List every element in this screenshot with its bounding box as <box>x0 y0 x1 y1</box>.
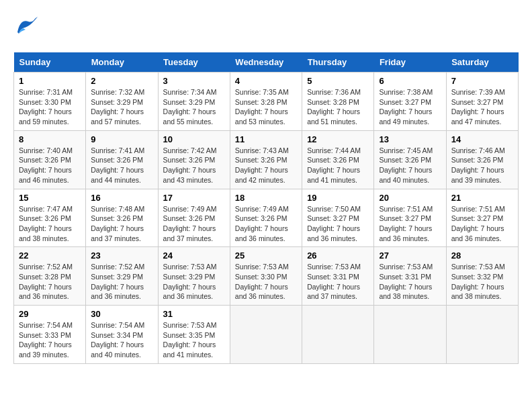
col-header-monday: Monday <box>86 52 158 73</box>
day-number: 25 <box>235 250 297 261</box>
cell-info: Sunrise: 7:52 AMSunset: 3:29 PMDaylight:… <box>91 263 144 300</box>
calendar-cell: 2 Sunrise: 7:32 AMSunset: 3:29 PMDayligh… <box>86 73 158 131</box>
cell-info: Sunrise: 7:48 AMSunset: 3:26 PMDaylight:… <box>91 205 144 242</box>
day-number: 13 <box>379 134 441 144</box>
calendar-cell: 18 Sunrise: 7:49 AMSunset: 3:26 PMDaylig… <box>230 189 302 247</box>
cell-info: Sunrise: 7:47 AMSunset: 3:26 PMDaylight:… <box>19 205 73 242</box>
day-number: 18 <box>235 193 297 203</box>
day-number: 10 <box>163 134 225 144</box>
day-number: 9 <box>91 134 152 144</box>
calendar-cell: 26 Sunrise: 7:53 AMSunset: 3:31 PMDaylig… <box>302 247 374 306</box>
day-number: 22 <box>19 250 81 261</box>
cell-info: Sunrise: 7:38 AMSunset: 3:27 PMDaylight:… <box>379 88 433 126</box>
day-number: 4 <box>235 76 297 86</box>
cell-info: Sunrise: 7:53 AMSunset: 3:32 PMDaylight:… <box>451 263 505 300</box>
day-number: 11 <box>235 134 297 144</box>
calendar-table: SundayMondayTuesdayWednesdayThursdayFrid… <box>13 52 519 364</box>
cell-info: Sunrise: 7:50 AMSunset: 3:27 PMDaylight:… <box>307 205 361 242</box>
calendar-cell: 8 Sunrise: 7:40 AMSunset: 3:26 PMDayligh… <box>14 130 86 189</box>
cell-info: Sunrise: 7:54 AMSunset: 3:34 PMDaylight:… <box>91 321 144 359</box>
calendar-cell: 27 Sunrise: 7:53 AMSunset: 3:31 PMDaylig… <box>374 247 446 306</box>
calendar-cell <box>374 306 446 364</box>
calendar-cell: 5 Sunrise: 7:36 AMSunset: 3:28 PMDayligh… <box>302 73 374 131</box>
cell-info: Sunrise: 7:51 AMSunset: 3:27 PMDaylight:… <box>379 205 433 242</box>
page-header <box>13 13 519 42</box>
calendar-cell: 11 Sunrise: 7:43 AMSunset: 3:26 PMDaylig… <box>230 130 302 189</box>
col-header-thursday: Thursday <box>302 52 374 73</box>
day-number: 5 <box>307 76 369 86</box>
cell-info: Sunrise: 7:53 AMSunset: 3:29 PMDaylight:… <box>163 263 217 300</box>
cell-info: Sunrise: 7:54 AMSunset: 3:33 PMDaylight:… <box>19 321 73 359</box>
cell-info: Sunrise: 7:42 AMSunset: 3:26 PMDaylight:… <box>163 146 217 184</box>
day-number: 29 <box>19 309 81 319</box>
day-number: 15 <box>19 193 81 203</box>
cell-info: Sunrise: 7:45 AMSunset: 3:26 PMDaylight:… <box>379 146 433 184</box>
day-number: 27 <box>379 250 441 261</box>
col-header-tuesday: Tuesday <box>158 52 230 73</box>
day-number: 16 <box>91 193 152 203</box>
calendar-cell: 15 Sunrise: 7:47 AMSunset: 3:26 PMDaylig… <box>14 189 86 247</box>
calendar-cell: 6 Sunrise: 7:38 AMSunset: 3:27 PMDayligh… <box>374 73 446 131</box>
calendar-cell: 4 Sunrise: 7:35 AMSunset: 3:28 PMDayligh… <box>230 73 302 131</box>
col-header-wednesday: Wednesday <box>230 52 302 73</box>
cell-info: Sunrise: 7:49 AMSunset: 3:26 PMDaylight:… <box>163 205 217 242</box>
col-header-sunday: Sunday <box>14 52 86 73</box>
cell-info: Sunrise: 7:49 AMSunset: 3:26 PMDaylight:… <box>235 205 289 242</box>
calendar-cell: 23 Sunrise: 7:52 AMSunset: 3:29 PMDaylig… <box>86 247 158 306</box>
day-number: 19 <box>307 193 369 203</box>
cell-info: Sunrise: 7:41 AMSunset: 3:26 PMDaylight:… <box>91 146 144 184</box>
day-number: 8 <box>19 134 81 144</box>
col-header-friday: Friday <box>374 52 446 73</box>
calendar-cell <box>302 306 374 364</box>
cell-info: Sunrise: 7:43 AMSunset: 3:26 PMDaylight:… <box>235 146 289 184</box>
day-number: 24 <box>163 250 225 261</box>
col-header-saturday: Saturday <box>446 52 518 73</box>
calendar-cell: 9 Sunrise: 7:41 AMSunset: 3:26 PMDayligh… <box>86 130 158 189</box>
calendar-cell: 3 Sunrise: 7:34 AMSunset: 3:29 PMDayligh… <box>158 73 230 131</box>
cell-info: Sunrise: 7:53 AMSunset: 3:31 PMDaylight:… <box>307 263 361 300</box>
day-number: 12 <box>307 134 369 144</box>
day-number: 30 <box>91 309 152 319</box>
day-number: 3 <box>163 76 225 86</box>
cell-info: Sunrise: 7:32 AMSunset: 3:29 PMDaylight:… <box>91 88 144 126</box>
calendar-cell: 30 Sunrise: 7:54 AMSunset: 3:34 PMDaylig… <box>86 306 158 364</box>
cell-info: Sunrise: 7:39 AMSunset: 3:27 PMDaylight:… <box>451 88 505 126</box>
day-number: 28 <box>451 250 513 261</box>
calendar-cell: 21 Sunrise: 7:51 AMSunset: 3:27 PMDaylig… <box>446 189 518 247</box>
cell-info: Sunrise: 7:46 AMSunset: 3:26 PMDaylight:… <box>451 146 505 184</box>
logo <box>13 13 42 42</box>
cell-info: Sunrise: 7:53 AMSunset: 3:35 PMDaylight:… <box>163 321 217 359</box>
calendar-cell: 19 Sunrise: 7:50 AMSunset: 3:27 PMDaylig… <box>302 189 374 247</box>
day-number: 1 <box>19 76 81 86</box>
day-number: 17 <box>163 193 225 203</box>
calendar-cell: 17 Sunrise: 7:49 AMSunset: 3:26 PMDaylig… <box>158 189 230 247</box>
day-number: 21 <box>451 193 513 203</box>
calendar-cell: 29 Sunrise: 7:54 AMSunset: 3:33 PMDaylig… <box>14 306 86 364</box>
calendar-cell: 10 Sunrise: 7:42 AMSunset: 3:26 PMDaylig… <box>158 130 230 189</box>
calendar-cell: 28 Sunrise: 7:53 AMSunset: 3:32 PMDaylig… <box>446 247 518 306</box>
cell-info: Sunrise: 7:40 AMSunset: 3:26 PMDaylight:… <box>19 146 73 184</box>
cell-info: Sunrise: 7:53 AMSunset: 3:30 PMDaylight:… <box>235 263 289 300</box>
logo-icon <box>13 13 39 42</box>
cell-info: Sunrise: 7:44 AMSunset: 3:26 PMDaylight:… <box>307 146 361 184</box>
cell-info: Sunrise: 7:51 AMSunset: 3:27 PMDaylight:… <box>451 205 505 242</box>
calendar-cell: 25 Sunrise: 7:53 AMSunset: 3:30 PMDaylig… <box>230 247 302 306</box>
day-number: 7 <box>451 76 513 86</box>
calendar-cell <box>230 306 302 364</box>
calendar-cell: 31 Sunrise: 7:53 AMSunset: 3:35 PMDaylig… <box>158 306 230 364</box>
cell-info: Sunrise: 7:34 AMSunset: 3:29 PMDaylight:… <box>163 88 217 126</box>
day-number: 2 <box>91 76 152 86</box>
day-number: 20 <box>379 193 441 203</box>
day-number: 6 <box>379 76 441 86</box>
day-number: 14 <box>451 134 513 144</box>
calendar-cell: 14 Sunrise: 7:46 AMSunset: 3:26 PMDaylig… <box>446 130 518 189</box>
calendar-cell: 1 Sunrise: 7:31 AMSunset: 3:30 PMDayligh… <box>14 73 86 131</box>
cell-info: Sunrise: 7:53 AMSunset: 3:31 PMDaylight:… <box>379 263 433 300</box>
cell-info: Sunrise: 7:36 AMSunset: 3:28 PMDaylight:… <box>307 88 361 126</box>
calendar-cell: 24 Sunrise: 7:53 AMSunset: 3:29 PMDaylig… <box>158 247 230 306</box>
cell-info: Sunrise: 7:52 AMSunset: 3:28 PMDaylight:… <box>19 263 73 300</box>
calendar-cell: 13 Sunrise: 7:45 AMSunset: 3:26 PMDaylig… <box>374 130 446 189</box>
cell-info: Sunrise: 7:35 AMSunset: 3:28 PMDaylight:… <box>235 88 289 126</box>
calendar-cell: 12 Sunrise: 7:44 AMSunset: 3:26 PMDaylig… <box>302 130 374 189</box>
calendar-cell: 22 Sunrise: 7:52 AMSunset: 3:28 PMDaylig… <box>14 247 86 306</box>
